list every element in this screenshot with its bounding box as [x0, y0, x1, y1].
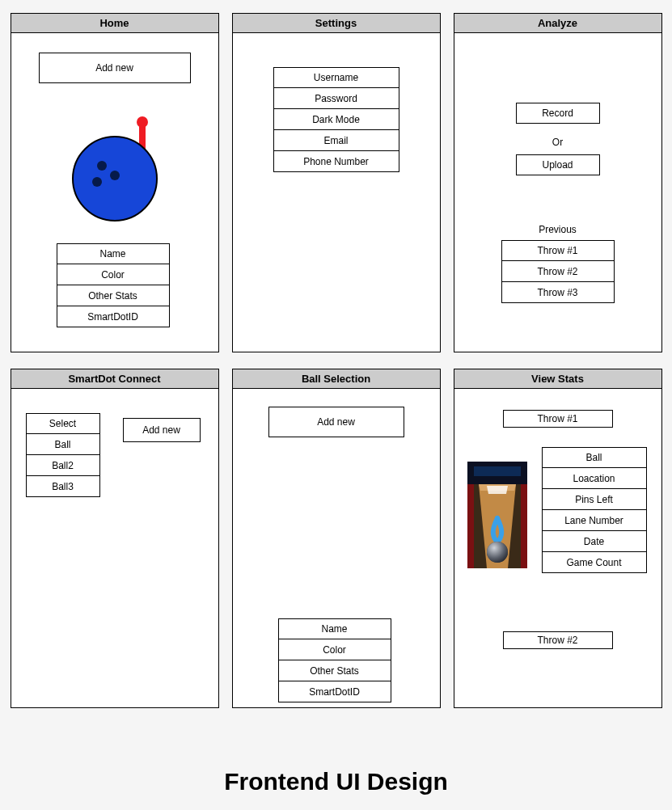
panel-header-analyze: Analyze	[454, 14, 661, 33]
wireframe-grid: Home Add new Name Color Other Stats Smar…	[13, 13, 659, 708]
panel-ball-selection: Ball Selection Add new Name Color Other …	[232, 369, 441, 708]
stat-field[interactable]: Date	[542, 531, 647, 552]
svg-point-1	[137, 116, 148, 128]
svg-point-3	[97, 161, 107, 171]
throw-header[interactable]: Throw #2	[503, 631, 613, 649]
bowling-ball-icon	[58, 114, 171, 227]
previous-throws-list: Throw #1 Throw #2 Throw #3	[501, 240, 615, 303]
record-button[interactable]: Record	[516, 103, 600, 124]
panel-header-smartdot: SmartDot Connect	[11, 369, 218, 389]
stat-field[interactable]: Other Stats	[278, 660, 391, 681]
or-label: Or	[454, 137, 661, 148]
panel-header-ball-selection: Ball Selection	[233, 369, 440, 389]
svg-point-15	[487, 542, 508, 563]
stat-field[interactable]: Other Stats	[57, 285, 170, 306]
svg-point-5	[110, 171, 120, 180]
panel-body-ball-selection: Add new Name Color Other Stats SmartDotI…	[233, 389, 440, 707]
settings-fields: Username Password Dark Mode Email Phone …	[273, 67, 399, 172]
throw-item[interactable]: Throw #3	[501, 282, 615, 303]
panel-body-home: Add new Name Color Other Stats SmartDotI…	[11, 33, 218, 352]
panel-body-smartdot: Select Ball Ball2 Ball3 Add new	[11, 389, 218, 707]
panel-home: Home Add new Name Color Other Stats Smar…	[11, 13, 219, 352]
list-item[interactable]: Ball3	[26, 476, 100, 497]
stat-field[interactable]: Lane Number	[542, 510, 647, 531]
panel-analyze: Analyze Record Or Upload Previous Throw …	[454, 13, 662, 352]
list-item[interactable]: Ball2	[26, 455, 100, 476]
page-title: Frontend UI Design	[0, 768, 672, 795]
add-new-button[interactable]: Add new	[123, 418, 201, 442]
throw-item[interactable]: Throw #2	[501, 261, 615, 282]
panel-view-stats: View Stats Throw #1	[454, 369, 662, 708]
list-item[interactable]: Select	[26, 413, 100, 434]
upload-button[interactable]: Upload	[516, 154, 600, 175]
panel-body-analyze: Record Or Upload Previous Throw #1 Throw…	[454, 33, 661, 352]
panel-body-view-stats: Throw #1	[454, 389, 661, 707]
settings-field[interactable]: Email	[273, 130, 399, 151]
panel-settings: Settings Username Password Dark Mode Ema…	[232, 13, 441, 352]
panel-body-settings: Username Password Dark Mode Email Phone …	[233, 33, 440, 352]
svg-rect-11	[467, 484, 474, 568]
add-new-button[interactable]: Add new	[39, 53, 191, 83]
panel-smartdot-connect: SmartDot Connect Select Ball Ball2 Ball3…	[11, 369, 219, 708]
svg-rect-8	[474, 466, 521, 476]
throw-header[interactable]: Throw #1	[503, 410, 613, 428]
view-stats-fields: Ball Loacation Pins Left Lane Number Dat…	[542, 447, 647, 573]
add-new-button[interactable]: Add new	[268, 407, 404, 437]
bowling-lane-image	[467, 462, 527, 568]
settings-field[interactable]: Dark Mode	[273, 109, 399, 130]
settings-field[interactable]: Username	[273, 67, 399, 88]
smartdot-ball-list: Select Ball Ball2 Ball3	[26, 413, 100, 497]
previous-label: Previous	[454, 224, 661, 235]
stat-field[interactable]: Name	[57, 243, 170, 264]
stat-field[interactable]: Pins Left	[542, 489, 647, 510]
panel-header-view-stats: View Stats	[454, 369, 661, 389]
ball-stats-list: Name Color Other Stats SmartDotID	[278, 618, 391, 702]
home-stats-list: Name Color Other Stats SmartDotID	[57, 243, 170, 327]
stat-field[interactable]: Ball	[542, 447, 647, 468]
svg-marker-13	[487, 486, 508, 494]
stat-field[interactable]: Game Count	[542, 552, 647, 573]
svg-rect-12	[521, 484, 527, 568]
panel-header-home: Home	[11, 14, 218, 33]
settings-field[interactable]: Phone Number	[273, 151, 399, 172]
stat-field[interactable]: Name	[278, 618, 391, 639]
stat-field[interactable]: Color	[278, 639, 391, 660]
list-item[interactable]: Ball	[26, 434, 100, 455]
throw-item[interactable]: Throw #1	[501, 240, 615, 261]
stat-field[interactable]: Loacation	[542, 468, 647, 489]
stat-field[interactable]: SmartDotID	[278, 681, 391, 702]
stat-field[interactable]: Color	[57, 264, 170, 285]
svg-point-4	[92, 177, 102, 187]
stat-field[interactable]: SmartDotID	[57, 306, 170, 327]
panel-header-settings: Settings	[233, 14, 440, 33]
settings-field[interactable]: Password	[273, 88, 399, 109]
